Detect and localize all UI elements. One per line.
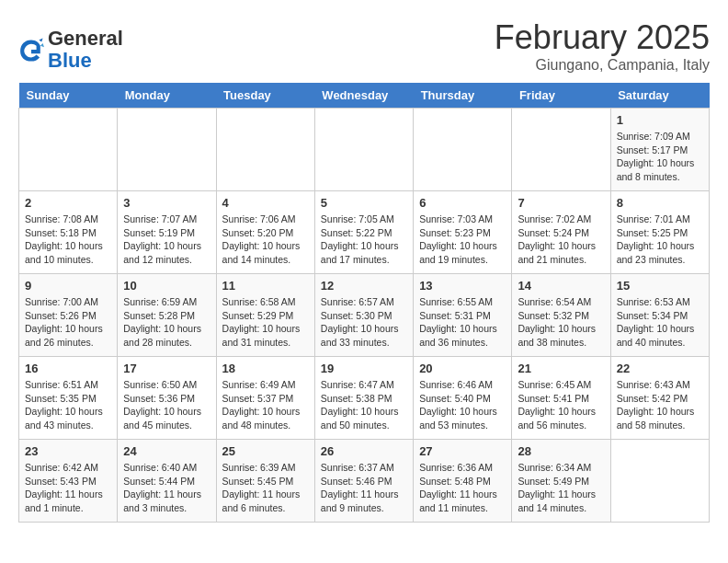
calendar-table: SundayMondayTuesdayWednesdayThursdayFrid… — [18, 83, 710, 523]
calendar-cell: 28Sunrise: 6:34 AM Sunset: 5:49 PM Dayli… — [512, 440, 610, 523]
day-number: 6 — [419, 196, 506, 210]
day-number: 26 — [321, 444, 407, 458]
week-row-1: 2Sunrise: 7:08 AM Sunset: 5:18 PM Daylig… — [19, 191, 710, 274]
calendar-cell: 15Sunrise: 6:53 AM Sunset: 5:34 PM Dayli… — [610, 274, 709, 357]
calendar-cell — [118, 109, 216, 191]
calendar-cell: 18Sunrise: 6:49 AM Sunset: 5:37 PM Dayli… — [216, 357, 314, 440]
calendar-cell: 6Sunrise: 7:03 AM Sunset: 5:23 PM Daylig… — [414, 191, 512, 274]
day-info: Sunrise: 6:40 AM Sunset: 5:44 PM Dayligh… — [123, 461, 210, 515]
calendar-cell: 27Sunrise: 6:36 AM Sunset: 5:48 PM Dayli… — [414, 440, 512, 523]
calendar-cell — [216, 109, 314, 191]
calendar-cell: 5Sunrise: 7:05 AM Sunset: 5:22 PM Daylig… — [314, 191, 413, 274]
calendar-cell: 20Sunrise: 6:46 AM Sunset: 5:40 PM Dayli… — [414, 357, 512, 440]
day-info: Sunrise: 6:46 AM Sunset: 5:40 PM Dayligh… — [419, 378, 506, 432]
day-number: 2 — [25, 196, 111, 210]
day-number: 21 — [518, 362, 604, 375]
calendar-cell: 22Sunrise: 6:43 AM Sunset: 5:42 PM Dayli… — [610, 357, 709, 440]
header-day-wednesday: Wednesday — [314, 83, 413, 109]
calendar-title: February 2025 — [495, 18, 710, 57]
day-number: 9 — [25, 279, 111, 293]
header-day-monday: Monday — [118, 83, 216, 109]
week-row-3: 16Sunrise: 6:51 AM Sunset: 5:35 PM Dayli… — [19, 357, 710, 440]
day-number: 10 — [123, 279, 210, 293]
calendar-cell: 10Sunrise: 6:59 AM Sunset: 5:28 PM Dayli… — [118, 274, 216, 357]
header-day-saturday: Saturday — [610, 83, 709, 109]
calendar-cell: 21Sunrise: 6:45 AM Sunset: 5:41 PM Dayli… — [512, 357, 610, 440]
day-info: Sunrise: 6:55 AM Sunset: 5:31 PM Dayligh… — [419, 295, 506, 350]
calendar-cell — [512, 109, 610, 191]
day-number: 22 — [617, 362, 703, 375]
day-info: Sunrise: 6:36 AM Sunset: 5:48 PM Dayligh… — [419, 461, 506, 515]
day-number: 11 — [222, 279, 309, 293]
day-info: Sunrise: 7:08 AM Sunset: 5:18 PM Dayligh… — [25, 213, 111, 267]
day-info: Sunrise: 6:39 AM Sunset: 5:45 PM Dayligh… — [222, 461, 309, 515]
header-day-sunday: Sunday — [19, 83, 118, 109]
calendar-cell: 24Sunrise: 6:40 AM Sunset: 5:44 PM Dayli… — [118, 440, 216, 523]
day-number: 20 — [419, 362, 506, 375]
calendar-cell: 26Sunrise: 6:37 AM Sunset: 5:46 PM Dayli… — [314, 440, 413, 523]
calendar-cell — [19, 109, 118, 191]
day-info: Sunrise: 7:03 AM Sunset: 5:23 PM Dayligh… — [419, 213, 506, 267]
day-number: 19 — [321, 362, 407, 375]
day-info: Sunrise: 7:09 AM Sunset: 5:17 PM Dayligh… — [617, 130, 703, 184]
calendar-cell: 7Sunrise: 7:02 AM Sunset: 5:24 PM Daylig… — [512, 191, 610, 274]
day-number: 23 — [25, 444, 111, 458]
calendar-cell: 14Sunrise: 6:54 AM Sunset: 5:32 PM Dayli… — [512, 274, 610, 357]
day-info: Sunrise: 7:01 AM Sunset: 5:25 PM Dayligh… — [617, 213, 703, 267]
day-info: Sunrise: 6:37 AM Sunset: 5:46 PM Dayligh… — [321, 461, 407, 515]
calendar-cell: 23Sunrise: 6:42 AM Sunset: 5:43 PM Dayli… — [19, 440, 118, 523]
header-row: SundayMondayTuesdayWednesdayThursdayFrid… — [19, 83, 710, 109]
day-info: Sunrise: 6:54 AM Sunset: 5:32 PM Dayligh… — [518, 295, 604, 350]
day-number: 3 — [123, 196, 210, 210]
calendar-cell — [314, 109, 413, 191]
day-info: Sunrise: 6:51 AM Sunset: 5:35 PM Dayligh… — [25, 378, 111, 432]
calendar-cell: 8Sunrise: 7:01 AM Sunset: 5:25 PM Daylig… — [610, 191, 709, 274]
week-row-0: 1Sunrise: 7:09 AM Sunset: 5:17 PM Daylig… — [19, 109, 710, 191]
header-day-tuesday: Tuesday — [216, 83, 314, 109]
day-info: Sunrise: 7:07 AM Sunset: 5:19 PM Dayligh… — [123, 213, 210, 267]
logo-blue-text: Blue — [48, 49, 92, 72]
day-number: 15 — [617, 279, 703, 293]
calendar-cell: 16Sunrise: 6:51 AM Sunset: 5:35 PM Dayli… — [19, 357, 118, 440]
day-number: 17 — [123, 362, 210, 375]
day-number: 7 — [518, 196, 604, 210]
header-day-friday: Friday — [512, 83, 610, 109]
day-info: Sunrise: 7:06 AM Sunset: 5:20 PM Dayligh… — [222, 213, 309, 267]
day-info: Sunrise: 6:47 AM Sunset: 5:38 PM Dayligh… — [321, 378, 407, 432]
day-number: 18 — [222, 362, 309, 375]
day-info: Sunrise: 6:50 AM Sunset: 5:36 PM Dayligh… — [123, 378, 210, 432]
day-info: Sunrise: 6:34 AM Sunset: 5:49 PM Dayligh… — [518, 461, 604, 515]
calendar-cell — [610, 440, 709, 523]
week-row-4: 23Sunrise: 6:42 AM Sunset: 5:43 PM Dayli… — [19, 440, 710, 523]
calendar-body: 1Sunrise: 7:09 AM Sunset: 5:17 PM Daylig… — [19, 109, 710, 523]
day-number: 24 — [123, 444, 210, 458]
logo: General Blue — [18, 28, 123, 72]
day-number: 1 — [617, 113, 703, 127]
header-day-thursday: Thursday — [414, 83, 512, 109]
day-number: 28 — [518, 444, 604, 458]
day-number: 8 — [617, 196, 703, 210]
day-info: Sunrise: 6:43 AM Sunset: 5:42 PM Dayligh… — [617, 378, 703, 432]
day-info: Sunrise: 6:53 AM Sunset: 5:34 PM Dayligh… — [617, 295, 703, 350]
day-info: Sunrise: 6:58 AM Sunset: 5:29 PM Dayligh… — [222, 295, 309, 350]
calendar-cell — [414, 109, 512, 191]
calendar-cell: 11Sunrise: 6:58 AM Sunset: 5:29 PM Dayli… — [216, 274, 314, 357]
day-info: Sunrise: 6:45 AM Sunset: 5:41 PM Dayligh… — [518, 378, 604, 432]
day-info: Sunrise: 6:42 AM Sunset: 5:43 PM Dayligh… — [25, 461, 111, 515]
calendar-cell: 2Sunrise: 7:08 AM Sunset: 5:18 PM Daylig… — [19, 191, 118, 274]
logo-general-text: General — [48, 27, 123, 50]
calendar-subtitle: Giungano, Campania, Italy — [495, 57, 710, 74]
day-number: 4 — [222, 196, 309, 210]
week-row-2: 9Sunrise: 7:00 AM Sunset: 5:26 PM Daylig… — [19, 274, 710, 357]
day-number: 27 — [419, 444, 506, 458]
calendar-cell: 1Sunrise: 7:09 AM Sunset: 5:17 PM Daylig… — [610, 109, 709, 191]
calendar-cell: 25Sunrise: 6:39 AM Sunset: 5:45 PM Dayli… — [216, 440, 314, 523]
general-blue-icon — [18, 37, 44, 63]
calendar-header: SundayMondayTuesdayWednesdayThursdayFrid… — [19, 83, 710, 109]
day-number: 12 — [321, 279, 407, 293]
calendar-cell: 4Sunrise: 7:06 AM Sunset: 5:20 PM Daylig… — [216, 191, 314, 274]
calendar-cell: 19Sunrise: 6:47 AM Sunset: 5:38 PM Dayli… — [314, 357, 413, 440]
header-section: General Blue February 2025 Giungano, Cam… — [18, 18, 710, 74]
title-block: February 2025 Giungano, Campania, Italy — [495, 18, 710, 74]
calendar-cell: 17Sunrise: 6:50 AM Sunset: 5:36 PM Dayli… — [118, 357, 216, 440]
